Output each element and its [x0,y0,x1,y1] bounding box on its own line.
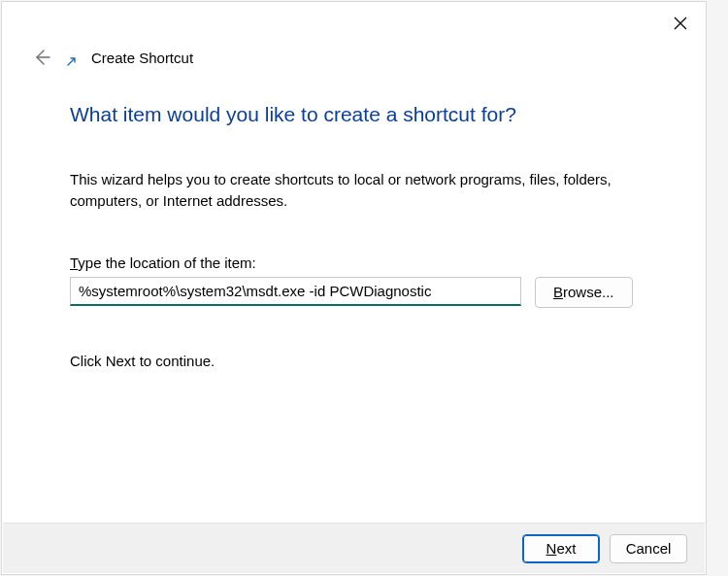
continue-hint: Click Next to continue. [70,353,638,369]
back-arrow-icon [32,48,51,67]
location-input-row: Browse... [70,277,638,308]
header-row: Create Shortcut [31,47,677,68]
close-icon [674,17,687,30]
wizard-window: Create Shortcut What item would you like… [1,1,707,575]
footer-bar: Next Cancel [3,523,705,573]
next-button[interactable]: Next [522,534,600,563]
location-field-label: Type the location of the item: [70,254,638,271]
close-button[interactable] [667,10,694,37]
back-button[interactable] [31,47,52,68]
cancel-button[interactable]: Cancel [610,534,687,563]
content-area: What item would you like to create a sho… [70,103,638,369]
page-heading: What item would you like to create a sho… [70,103,638,126]
description-text: This wizard helps you to create shortcut… [70,169,638,212]
wizard-title: Create Shortcut [91,50,193,66]
browse-button[interactable]: Browse... [535,277,633,308]
shortcut-icon [66,53,80,67]
location-input[interactable] [70,277,521,306]
